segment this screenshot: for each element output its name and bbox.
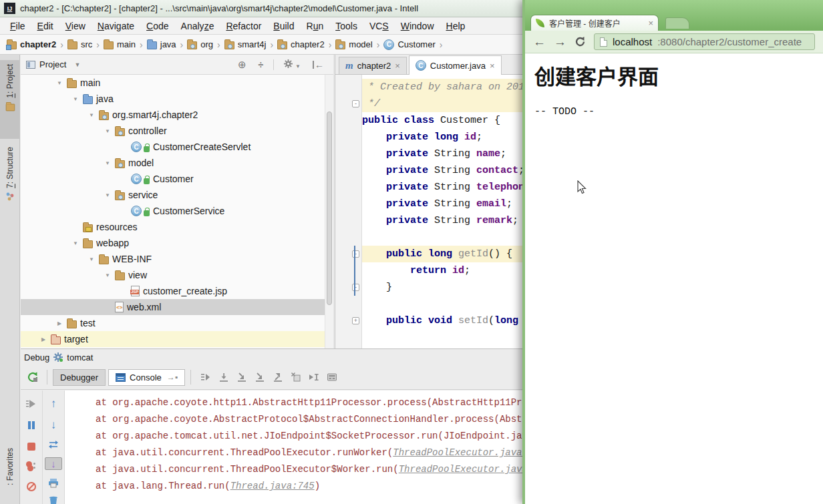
tree-item-Customer[interactable]: CCustomer <box>21 171 325 187</box>
address-bar[interactable]: localhost:8080/chapter2/customer_create <box>594 33 815 50</box>
breadcrumb-item-smart4j[interactable]: smart4j <box>224 39 267 49</box>
expand-arrow-icon[interactable]: ▼ <box>104 128 112 134</box>
breadcrumb-item-org[interactable]: org <box>187 39 213 49</box>
view-breakpoints-icon[interactable] <box>26 461 37 472</box>
expand-arrow-icon[interactable]: ▼ <box>71 96 79 102</box>
stack-frame-link[interactable]: ThreadPoolExecutor.java:6 <box>399 464 539 475</box>
tree-item-CustomerService[interactable]: CCustomerService <box>21 203 325 219</box>
step-over-icon[interactable] <box>214 368 232 386</box>
fold-marker-icon[interactable]: - <box>352 284 359 291</box>
tree-item-model[interactable]: ▼model <box>21 155 325 171</box>
tree-item-test[interactable]: ▶test <box>21 315 325 331</box>
tree-item-customer_create.jsp[interactable]: customer_create.jsp <box>21 283 325 299</box>
breadcrumb-item-java[interactable]: java <box>147 39 176 49</box>
menu-navigate[interactable]: Navigate <box>92 19 140 33</box>
close-icon[interactable]: × <box>648 18 653 28</box>
move-up-icon[interactable]: ↑ <box>46 397 61 411</box>
tree-item-main[interactable]: ▼main <box>21 75 325 91</box>
rerun-icon[interactable] <box>23 368 41 386</box>
breadcrumb-item-main[interactable]: main <box>104 39 136 49</box>
stop-icon[interactable] <box>24 440 39 453</box>
menu-help[interactable]: Help <box>440 19 472 33</box>
expand-arrow-icon[interactable]: ▼ <box>55 80 63 86</box>
expand-arrow-icon[interactable]: ▼ <box>104 160 112 166</box>
fold-marker-icon[interactable]: - <box>352 250 359 258</box>
scrollbar-thumb[interactable] <box>327 111 332 305</box>
tree-item-org.smart4j.chapter2[interactable]: ▼org.smart4j.chapter2 <box>21 107 325 123</box>
show-execution-point-icon[interactable] <box>196 368 214 386</box>
tree-item-target[interactable]: ▶target <box>21 331 325 347</box>
locate-icon[interactable]: ⊕ <box>234 59 251 71</box>
close-icon[interactable]: × <box>395 61 400 71</box>
close-icon[interactable]: × <box>490 61 495 71</box>
restore-layout-icon[interactable] <box>46 440 61 449</box>
forward-button[interactable]: → <box>554 35 566 48</box>
scroll-to-end-icon[interactable]: ↓ <box>45 457 62 470</box>
print-icon[interactable] <box>46 478 61 488</box>
expand-arrow-icon[interactable]: ▼ <box>104 272 112 278</box>
expand-arrow-icon[interactable]: ▼ <box>71 240 79 246</box>
stack-frame-link[interactable]: ThreadPoolExecutor.java:11 <box>393 447 538 458</box>
tool-window-favorites[interactable]: : Favorites <box>0 448 20 504</box>
tool-window-project[interactable]: 1: Project <box>0 60 20 139</box>
force-step-into-icon[interactable] <box>251 368 269 386</box>
tab-chapter2[interactable]: m chapter2 × <box>339 57 407 74</box>
tree-item-java[interactable]: ▼java <box>21 91 325 107</box>
mute-breakpoints-icon[interactable] <box>24 480 39 493</box>
tree-item-controller[interactable]: ▼controller <box>21 123 325 139</box>
new-tab-button[interactable] <box>665 17 689 29</box>
menu-vcs[interactable]: VCS <box>363 19 395 33</box>
tab-console[interactable]: Console →▪ <box>108 369 185 386</box>
clear-all-icon[interactable] <box>46 496 61 504</box>
expand-arrow-icon[interactable]: ▼ <box>88 256 96 262</box>
fold-marker-icon[interactable]: + <box>352 317 359 324</box>
expand-arrow-icon[interactable]: ▶ <box>55 320 63 326</box>
tree-item-resources[interactable]: resources <box>21 219 325 235</box>
menu-file[interactable]: File <box>4 19 31 33</box>
tab-debugger[interactable]: Debugger <box>53 369 106 386</box>
fold-marker-icon[interactable]: - <box>352 100 359 107</box>
menu-tools[interactable]: Tools <box>329 19 363 33</box>
menu-build[interactable]: Build <box>267 19 300 33</box>
tree-item-service[interactable]: ▼service <box>21 187 325 203</box>
tree-item-view[interactable]: ▼view <box>21 267 325 283</box>
menu-window[interactable]: Window <box>395 19 440 33</box>
tree-item-web.xml[interactable]: web.xml <box>21 299 325 315</box>
stack-frame-link[interactable]: Thread.java:745 <box>230 481 315 491</box>
menu-code[interactable]: Code <box>140 19 174 33</box>
expand-arrow-icon[interactable]: ▶ <box>39 336 47 342</box>
run-to-cursor-icon[interactable] <box>305 368 323 386</box>
resume-icon[interactable] <box>24 397 39 411</box>
step-out-icon[interactable] <box>269 368 287 386</box>
expand-arrow-icon[interactable]: ▼ <box>88 112 96 118</box>
tree-item-CustomerCreateServlet[interactable]: CCustomerCreateServlet <box>21 139 325 155</box>
settings-icon[interactable]: ▼ <box>280 59 305 70</box>
breadcrumb-item-src[interactable]: src <box>67 39 92 49</box>
breadcrumb-item-chapter2[interactable]: chapter2 <box>7 39 56 49</box>
tab-customer-java[interactable]: C Customer.java × <box>409 55 502 75</box>
tool-window-structure[interactable]: 7: Structure <box>0 143 20 228</box>
project-scrollbar[interactable] <box>325 75 333 348</box>
expand-arrow-icon[interactable]: ▼ <box>104 192 112 198</box>
breadcrumb-item-model[interactable]: model <box>335 39 372 49</box>
breadcrumb-item-chapter2[interactable]: chapter2 <box>277 39 325 49</box>
evaluate-expression-icon[interactable] <box>323 368 341 386</box>
menu-view[interactable]: View <box>59 19 92 33</box>
step-into-icon[interactable] <box>232 368 251 386</box>
menu-refactor[interactable]: Refactor <box>220 19 267 33</box>
menu-run[interactable]: Run <box>301 19 330 33</box>
tree-item-webapp[interactable]: ▼webapp <box>21 235 325 251</box>
reload-button[interactable] <box>574 36 586 47</box>
browser-tab[interactable]: 客户管理 - 创建客户 × <box>530 15 659 31</box>
project-panel-title[interactable]: Project <box>39 59 66 69</box>
menu-edit[interactable]: Edit <box>31 19 59 33</box>
move-down-icon[interactable]: ↓ <box>46 419 61 432</box>
drop-frame-icon[interactable] <box>287 368 305 386</box>
chevron-down-icon[interactable]: ▼ <box>74 61 80 68</box>
collapse-all-icon[interactable]: ÷ <box>255 59 268 70</box>
menu-analyze[interactable]: Analyze <box>175 19 220 33</box>
hide-panel-icon[interactable]: ← <box>309 59 328 70</box>
breadcrumb-item-Customer[interactable]: CCustomer <box>383 39 435 50</box>
tree-item-WEB-INF[interactable]: ▼WEB-INF <box>21 251 325 267</box>
back-button[interactable]: ← <box>533 35 546 48</box>
